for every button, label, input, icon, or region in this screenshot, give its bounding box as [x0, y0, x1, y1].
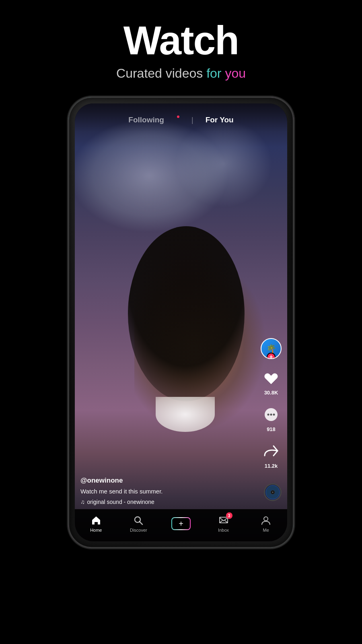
follow-plus-button[interactable]: + — [267, 353, 276, 359]
music-disc — [264, 483, 282, 501]
home-label: Home — [90, 528, 102, 533]
svg-point-3 — [273, 414, 275, 416]
share-button[interactable]: 11.2k — [261, 442, 281, 469]
for-you-tab[interactable]: For You — [206, 116, 234, 124]
search-icon — [133, 515, 144, 526]
watch-title: Watch — [116, 20, 246, 60]
me-label: Me — [263, 528, 269, 533]
inbox-icon-wrapper: 3 — [218, 515, 229, 526]
svg-line-8 — [140, 522, 142, 524]
profile-icon — [260, 515, 272, 526]
subtitle-you: you — [225, 66, 246, 80]
create-button[interactable]: + — [171, 517, 191, 530]
smile — [156, 397, 215, 432]
top-navigation: Following | For You — [75, 103, 287, 132]
phone-screen: Following | For You 🌴 + — [75, 103, 287, 541]
music-title: original sound - onewinone — [87, 499, 154, 505]
phone-mockup: Following | For You 🌴 + — [68, 97, 294, 548]
plus-icon: + — [179, 519, 183, 528]
hair — [128, 226, 245, 401]
video-info: @onewinone Watch me send it this summer.… — [80, 477, 255, 505]
comment-button[interactable]: 918 — [261, 405, 281, 432]
music-note-icon: ♫ — [80, 499, 85, 505]
home-icon — [90, 515, 102, 526]
bottom-navigation: Home Discover + — [75, 509, 287, 541]
svg-point-6 — [272, 491, 274, 493]
action-buttons: 🌴 + 30.8K — [261, 338, 282, 469]
creator-avatar[interactable]: 🌴 + — [261, 338, 282, 359]
subtitle-for: for — [206, 66, 225, 80]
nav-create[interactable]: + — [160, 517, 202, 530]
share-count: 11.2k — [265, 463, 278, 469]
discover-label: Discover — [130, 528, 147, 533]
svg-point-11 — [264, 517, 268, 521]
inbox-badge: 3 — [226, 512, 232, 519]
following-tab[interactable]: Following — [128, 116, 164, 124]
header-section: Watch Curated videos for you — [116, 0, 246, 93]
subtitle: Curated videos for you — [116, 66, 246, 81]
svg-point-1 — [267, 414, 269, 416]
phone-frame: Following | For You 🌴 + — [68, 97, 294, 548]
video-username[interactable]: @onewinone — [80, 477, 255, 485]
nav-discover[interactable]: Discover — [117, 515, 160, 533]
like-button[interactable]: 30.8K — [261, 369, 281, 396]
comment-count: 918 — [267, 426, 276, 432]
music-info: ♫ original sound - onewinone — [80, 499, 255, 505]
like-count: 30.8K — [264, 390, 278, 396]
music-disc-inner — [265, 485, 280, 500]
nav-inbox[interactable]: 3 Inbox — [202, 515, 245, 533]
nav-home[interactable]: Home — [75, 515, 117, 533]
nav-divider: | — [191, 116, 193, 124]
share-icon — [261, 442, 281, 461]
video-caption: Watch me send it this summer. — [80, 487, 255, 495]
inbox-label: Inbox — [218, 528, 229, 533]
live-dot — [177, 116, 179, 118]
heart-icon — [261, 369, 281, 388]
nav-profile[interactable]: Me — [245, 515, 287, 533]
video-background — [75, 103, 287, 541]
comment-icon — [261, 405, 281, 425]
subtitle-text: Curated videos — [116, 66, 206, 80]
svg-point-2 — [270, 414, 272, 416]
